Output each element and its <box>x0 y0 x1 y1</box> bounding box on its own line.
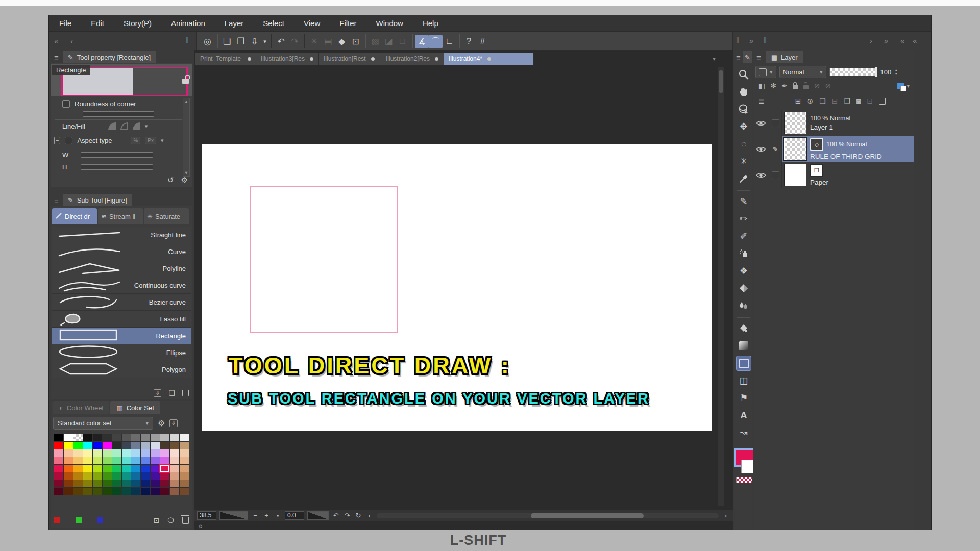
color-swatch[interactable] <box>131 472 140 480</box>
color-swatch[interactable] <box>74 449 83 457</box>
color-swatch[interactable] <box>151 457 160 464</box>
color-swatch[interactable] <box>170 488 179 495</box>
new-folder-icon[interactable]: ❏ <box>819 97 826 105</box>
help-icon[interactable]: ? <box>462 35 476 48</box>
rotation-slider[interactable] <box>307 511 329 520</box>
color-swatch[interactable] <box>74 457 83 464</box>
zoom-tool[interactable] <box>737 67 751 82</box>
color-swatch[interactable] <box>74 472 83 480</box>
color-swatch[interactable] <box>141 442 150 449</box>
width-input[interactable] <box>81 152 153 158</box>
zoom-out-icon[interactable]: − <box>251 512 259 519</box>
color-swatch[interactable] <box>54 457 63 464</box>
color-swatch[interactable] <box>141 480 150 487</box>
subtool-straight-line[interactable]: Straight line <box>52 227 191 243</box>
color-swatch[interactable] <box>180 472 189 480</box>
color-swatch[interactable] <box>131 457 140 464</box>
color-swatch[interactable] <box>151 449 160 457</box>
rotate-left-icon[interactable]: ↶ <box>332 512 340 519</box>
roundness-checkbox[interactable] <box>62 100 70 108</box>
scroll-right-icon[interactable]: › <box>870 36 872 45</box>
menu-help[interactable]: Help <box>423 19 438 28</box>
collapse-panels-icon[interactable]: « <box>900 36 904 45</box>
color-swatch[interactable] <box>74 434 83 441</box>
color-swatch[interactable] <box>180 480 189 487</box>
color-swatch[interactable] <box>122 480 131 487</box>
canvas-vertical-scrollbar[interactable] <box>718 67 724 506</box>
color-swatch[interactable] <box>54 480 63 487</box>
color-swatch[interactable] <box>54 449 63 457</box>
subtool-curve[interactable]: Curve <box>52 243 191 260</box>
color-swatch[interactable] <box>180 442 189 449</box>
text-tool[interactable]: A <box>737 408 751 422</box>
color-swatch[interactable] <box>83 472 92 480</box>
color-swatch[interactable] <box>112 449 121 457</box>
layer-checkbox[interactable] <box>769 110 782 136</box>
subtool-polygon[interactable]: Polygon <box>52 361 191 378</box>
color-swatch[interactable] <box>74 480 83 487</box>
color-swatch[interactable] <box>151 488 160 495</box>
color-swatch[interactable] <box>141 457 150 464</box>
color-swatch[interactable] <box>151 472 160 480</box>
lock-layer-icon[interactable] <box>793 85 798 89</box>
layer-color-combo[interactable]: ▾ <box>755 66 776 78</box>
back-arrow-icon[interactable]: ‹ <box>70 37 73 45</box>
selection-border-icon[interactable]: □ <box>396 35 409 48</box>
expand-right-icon[interactable]: » <box>749 36 753 45</box>
color-swatch[interactable] <box>180 457 189 464</box>
menu-window[interactable]: Window <box>376 19 403 28</box>
tab-close-dot-icon[interactable] <box>248 57 251 61</box>
color-swatch[interactable] <box>131 442 140 449</box>
color-swatch[interactable] <box>83 434 92 441</box>
color-swatch[interactable] <box>64 434 73 441</box>
rotation-value[interactable]: 0.0 <box>285 511 304 520</box>
color-swatch[interactable] <box>112 480 121 487</box>
color-swatch[interactable] <box>141 465 150 472</box>
subtool-lasso-fill[interactable]: Lasso fill <box>52 311 191 328</box>
eye-visible-icon[interactable] <box>753 110 769 136</box>
scrollbar-thumb[interactable] <box>531 513 644 518</box>
color-swatch[interactable] <box>112 465 121 472</box>
tab-color-set[interactable]: ▦ Color Set <box>110 401 160 414</box>
color-swatch[interactable] <box>112 472 121 480</box>
color-swatch[interactable] <box>160 480 169 487</box>
color-swatch[interactable] <box>151 480 160 487</box>
color-swatch[interactable] <box>83 480 92 487</box>
color-swatch[interactable] <box>122 449 131 457</box>
eyedropper-tool[interactable] <box>737 171 751 186</box>
save-icon[interactable]: ⇩ <box>248 35 261 48</box>
tab-close-dot-icon[interactable] <box>371 57 375 61</box>
zoom-value[interactable]: 38.5 <box>197 511 216 520</box>
delete-layer-icon[interactable] <box>879 98 886 105</box>
color-swatch[interactable] <box>83 488 92 495</box>
document-tab-5[interactable]: Illustration4* <box>444 53 534 65</box>
panel-grip-icon[interactable]: ‖ <box>736 36 738 44</box>
wrench-icon[interactable]: ⚙ <box>181 176 188 185</box>
airbrush-tool[interactable] <box>737 246 751 261</box>
palette-color-combo[interactable]: ▾ <box>897 83 910 89</box>
color-swatch[interactable] <box>54 465 63 472</box>
color-swatch[interactable] <box>160 472 169 480</box>
edit-colorset-wrench-icon[interactable]: ⚙ <box>158 418 165 428</box>
color-swatch[interactable] <box>103 472 112 480</box>
tab-close-dot-icon[interactable] <box>487 57 491 61</box>
color-swatch[interactable] <box>151 465 160 472</box>
merge-layer-icon[interactable]: ❐ <box>844 97 851 105</box>
tab-close-dot-icon[interactable] <box>310 57 313 61</box>
color-swatch[interactable] <box>160 442 169 449</box>
subtool-bezier-curve[interactable]: Bezier curve <box>52 294 191 311</box>
panel-menu-icon[interactable]: ≡ <box>756 53 761 62</box>
decoration-tool[interactable]: ❖ <box>737 264 751 278</box>
blend-tool[interactable] <box>737 298 751 313</box>
panel-menu-icon[interactable]: ≡ <box>54 53 59 62</box>
document-tab-4[interactable]: Illustration2[Res <box>381 53 444 65</box>
transfer-layer-icon[interactable]: ⊟ <box>832 97 838 105</box>
brush-tool[interactable]: ✐ <box>737 229 751 243</box>
color-swatch[interactable] <box>93 480 102 487</box>
layer-checkbox[interactable] <box>769 162 782 188</box>
color-swatch[interactable] <box>103 449 112 457</box>
subtool-group-streamli[interactable]: ≋Stream li <box>98 208 143 224</box>
burst-icon[interactable]: ✳ <box>307 35 321 48</box>
panel-grip-icon[interactable]: ‖ <box>186 36 188 44</box>
menu-edit[interactable]: Edit <box>91 19 104 28</box>
